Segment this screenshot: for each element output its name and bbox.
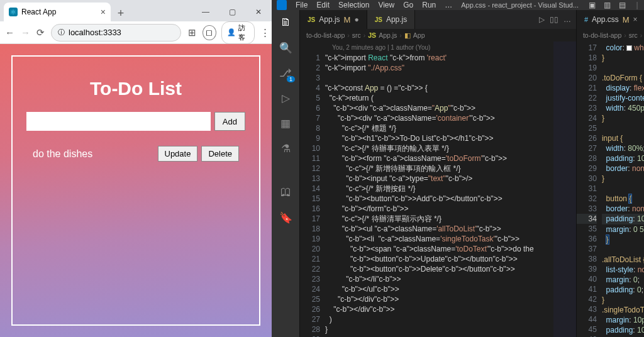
back-icon[interactable]: ← (5, 27, 14, 38)
url-input[interactable] (69, 28, 174, 37)
reload-icon[interactable]: ⟳ (36, 27, 45, 38)
extensions-icon[interactable]: ▦ (278, 116, 293, 131)
vscode-icon (277, 0, 287, 10)
browser-toolbar: ← → ⟳ ⓘ ⊞ ◻ 👤訪客 ⋮ (0, 21, 272, 44)
address-bar[interactable]: ⓘ (51, 24, 181, 41)
testing-icon[interactable]: ⚗ (278, 141, 293, 156)
browser-tabstrip: ⚛ React App × + — ▢ ✕ (0, 0, 272, 21)
tab-app-js[interactable]: JS App.js M ● (300, 10, 367, 29)
references-icon[interactable]: 🕮 (278, 185, 293, 200)
close-icon[interactable]: × (101, 7, 106, 17)
vscode-titlebar: File Edit Selection View Go Run … App.cs… (272, 0, 644, 10)
extensions-icon[interactable]: ⊞ (187, 27, 197, 38)
menu-selection[interactable]: Selection (338, 1, 369, 9)
site-info-icon[interactable]: ⓘ (58, 28, 65, 37)
close-icon[interactable]: ● (354, 15, 358, 24)
run-icon[interactable]: ▷ (539, 15, 545, 24)
delete-button[interactable]: Delete (201, 146, 239, 162)
line-gutter: 1718192021222324252627282930313233343536… (577, 41, 602, 337)
minimize-icon[interactable]: — (192, 3, 219, 21)
vscode-menubar: File Edit Selection View Go Run … (296, 1, 452, 9)
activity-bar: 🗎 🔍 ⎇1 ▷ ▦ ⚗ 🕮 🔖 (272, 10, 299, 337)
code-editor-left[interactable]: 1234567891011121314151617181920212223242… (300, 41, 576, 337)
breadcrumb[interactable]: to-do-list-app› src› #App.css› ☀button (577, 29, 644, 41)
bookmarks-icon[interactable]: 🔖 (278, 210, 293, 225)
todo-app-container: To-Do List Add do the dishes Update Dele… (11, 55, 260, 326)
todo-input[interactable] (26, 112, 211, 131)
vscode-window: File Edit Selection View Go Run … App.cs… (272, 0, 644, 337)
menu-icon[interactable]: ⋮ (260, 27, 270, 38)
page-title: To-Do List (26, 78, 245, 99)
source-control-icon[interactable]: ⎇1 (278, 65, 293, 80)
debug-icon[interactable]: ▷ (278, 91, 293, 106)
browser-tab-react[interactable]: ⚛ React App × (4, 3, 111, 21)
browser-window-controls: — ▢ ✕ (192, 3, 272, 21)
tab-app-js-2[interactable]: JS App.js (367, 10, 416, 29)
js-file-icon: JS (375, 16, 382, 23)
close-icon[interactable]: × (633, 15, 638, 24)
minimap[interactable] (553, 41, 576, 337)
list-item: do the dishes Update Delete (26, 142, 245, 165)
breadcrumb[interactable]: to-do-list-app› src› JSApp.js› ◧App (300, 29, 576, 41)
update-button[interactable]: Update (158, 146, 198, 162)
explorer-icon[interactable]: 🗎 (278, 15, 293, 30)
search-icon[interactable]: 🔍 (278, 40, 293, 55)
layout-right-icon[interactable]: ▤ (618, 1, 626, 9)
split-right-icon[interactable]: ▯▯ (550, 15, 558, 24)
menu-go[interactable]: Go (403, 1, 413, 9)
tab-more-icon[interactable]: … (564, 15, 571, 24)
todo-form: Add (26, 112, 245, 131)
layout-sidebar-icon[interactable]: ▣ (587, 1, 596, 9)
todo-list: do the dishes Update Delete (26, 142, 245, 165)
layout-panel-icon[interactable]: ▥ (602, 1, 611, 9)
code-content[interactable]: color: white;} .toDoForm { display: flex… (602, 41, 644, 337)
code-editor-right[interactable]: 1718192021222324252627282930313233343536… (577, 41, 644, 337)
title-layout-icons: ▣ ▥ ▤ | ▯▯ … (587, 1, 644, 9)
profile-icon[interactable]: ◻ (203, 25, 216, 40)
editor-area: JS App.js M ● JS App.js ▷ ▯▯ … (299, 10, 644, 337)
js-file-icon: JS (308, 16, 315, 23)
editor-pane-left: JS App.js M ● JS App.js ▷ ▯▯ … (299, 10, 576, 337)
menu-run[interactable]: Run (422, 1, 436, 9)
forward-icon[interactable]: → (21, 27, 30, 38)
window-title: App.css - react_project - Visual Stud... (461, 1, 579, 9)
browser-window: ⚛ React App × + — ▢ ✕ ← → ⟳ ⓘ ⊞ ◻ 👤訪客 ⋮ … (0, 0, 272, 337)
visitor-badge[interactable]: 👤訪客 (221, 21, 255, 44)
menu-more[interactable]: … (445, 1, 452, 9)
maximize-icon[interactable]: ▢ (219, 3, 245, 21)
css-file-icon: # (584, 16, 588, 23)
person-icon: 👤 (227, 28, 236, 36)
editor-tabs-right: # App.css M × ▯▯ … (577, 10, 644, 29)
page-viewport: To-Do List Add do the dishes Update Dele… (0, 44, 272, 337)
menu-edit[interactable]: Edit (316, 1, 330, 9)
editor-pane-right: # App.css M × ▯▯ … to-do-list-app› src› … (576, 10, 644, 337)
todo-text: do the dishes (33, 148, 154, 160)
line-gutter: 1234567891011121314151617181920212223242… (300, 41, 325, 337)
add-button[interactable]: Add (214, 112, 245, 131)
menu-view[interactable]: View (378, 1, 394, 9)
tab-title: React App (21, 8, 56, 16)
new-tab-button[interactable]: + (113, 7, 128, 21)
close-window-icon[interactable]: ✕ (245, 3, 272, 21)
editor-tabs-left: JS App.js M ● JS App.js ▷ ▯▯ … (300, 10, 576, 29)
react-icon: ⚛ (9, 8, 18, 16)
code-content[interactable]: You, 2 minutes ago | 1 author (You)"c-k"… (325, 41, 553, 337)
menu-file[interactable]: File (296, 1, 308, 9)
tab-app-css[interactable]: # App.css M × (577, 10, 644, 29)
